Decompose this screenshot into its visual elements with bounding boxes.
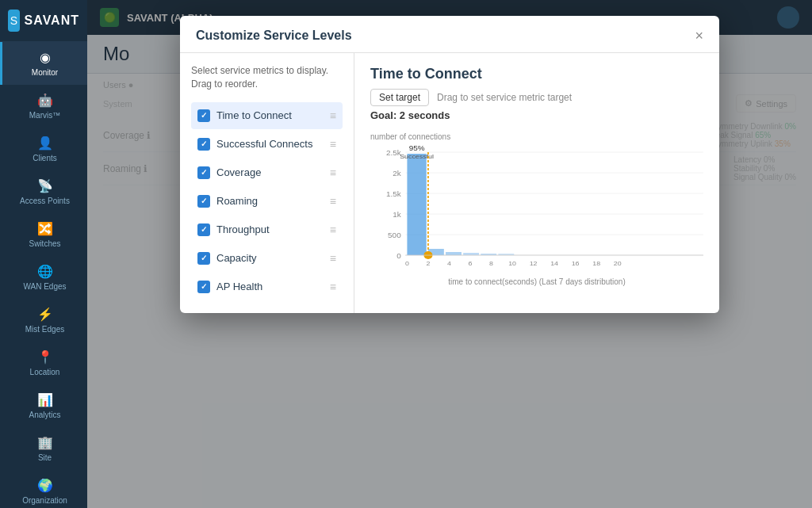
svg-text:8: 8 [489, 259, 493, 266]
metric-label-capacity: Capacity [216, 252, 324, 264]
access-points-icon: 📡 [37, 178, 53, 193]
svg-text:12: 12 [530, 259, 538, 266]
sidebar-item-label: Switches [29, 239, 60, 248]
metric-detail-title: Time to Connect [370, 66, 703, 82]
sidebar-item-label: Analytics [29, 411, 60, 419]
analytics-icon: 📊 [37, 392, 53, 407]
chart-x-label: time to connect(seconds) (Last 7 days di… [370, 277, 703, 286]
chart-y-label: number of connections [370, 132, 703, 141]
sidebar-item-wan-edges[interactable]: 🌐 WAN Edges [0, 256, 87, 299]
svg-text:2.5k: 2.5k [386, 148, 401, 156]
sidebar-item-label: Clients [33, 154, 57, 162]
modal-description: Select service metrics to display. Drag … [191, 64, 343, 91]
goal-label: Goal: [370, 109, 396, 121]
sidebar-item-label: Marvis™ [29, 111, 60, 120]
drag-handle-capacity[interactable]: ≡ [330, 252, 336, 265]
modal-close-button[interactable]: × [695, 29, 703, 43]
site-icon: 🏢 [37, 435, 53, 450]
location-icon: 📍 [37, 349, 53, 365]
metric-label-throughput: Throughput [216, 223, 324, 235]
sidebar-item-label: Mist Edges [25, 325, 64, 334]
wan-edges-icon: 🌐 [37, 264, 53, 279]
sidebar-item-label: Site [38, 453, 52, 462]
metric-list-panel: Select service metrics to display. Drag … [180, 53, 354, 313]
chart-svg: 2.5k 2k 1.5k 1k 500 0 [370, 144, 703, 271]
set-target-row: Set target Drag to set service metric ta… [370, 89, 703, 106]
app-icon: S [8, 10, 20, 32]
metric-item-roaming[interactable]: Roaming ≡ [191, 188, 343, 215]
svg-text:95%: 95% [409, 144, 425, 152]
app-name: SAVANT [25, 13, 79, 28]
modal-title: Customize Service Levels [196, 29, 352, 43]
sidebar-item-clients[interactable]: 👤 Clients [0, 128, 87, 170]
metric-item-throughput[interactable]: Throughput ≡ [191, 216, 343, 243]
sidebar-item-label: WAN Edges [23, 282, 66, 291]
app-logo: S SAVANT [0, 0, 87, 42]
svg-text:16: 16 [572, 259, 580, 266]
drag-handle-time-to-connect[interactable]: ≡ [330, 109, 336, 122]
metric-item-successful-connects[interactable]: Successful Connects ≡ [191, 131, 343, 158]
metric-checkbox-time-to-connect[interactable] [197, 109, 210, 122]
svg-text:500: 500 [388, 231, 401, 239]
metric-checkbox-successful-connects[interactable] [197, 138, 210, 151]
metric-checkbox-capacity[interactable] [197, 252, 210, 265]
svg-text:1.5k: 1.5k [386, 189, 401, 197]
drag-handle-ap-health[interactable]: ≡ [330, 281, 336, 293]
sidebar-item-label: Location [30, 368, 60, 376]
svg-text:6: 6 [469, 259, 473, 266]
sidebar-item-label: Monitor [32, 68, 58, 77]
drag-handle-coverage[interactable]: ≡ [330, 166, 336, 179]
metric-label-coverage: Coverage [216, 166, 324, 178]
drag-handle-throughput[interactable]: ≡ [330, 223, 336, 236]
svg-text:2: 2 [426, 259, 430, 266]
svg-text:4: 4 [447, 259, 451, 266]
metric-label-roaming: Roaming [216, 195, 324, 207]
metric-item-capacity[interactable]: Capacity ≡ [191, 245, 343, 272]
svg-text:0: 0 [396, 251, 401, 259]
metric-detail-panel: Time to Connect Set target Drag to set s… [354, 53, 719, 313]
sidebar-item-monitor[interactable]: ◉ Monitor [0, 42, 87, 85]
drag-handle-successful-connects[interactable]: ≡ [330, 138, 336, 151]
svg-text:20: 20 [614, 259, 622, 266]
modal-overlay: Customize Service Levels × Select servic… [87, 0, 812, 508]
svg-text:18: 18 [592, 259, 600, 266]
metric-item-coverage[interactable]: Coverage ≡ [191, 159, 343, 186]
modal-body: Select service metrics to display. Drag … [180, 53, 719, 313]
svg-text:1k: 1k [393, 210, 401, 218]
svg-rect-12 [407, 154, 426, 255]
monitor-icon: ◉ [40, 50, 51, 65]
sidebar: S SAVANT ◉ Monitor 🤖 Marvis™ 👤 Clients 📡… [0, 0, 87, 508]
sidebar-item-site[interactable]: 🏢 Site [0, 427, 87, 470]
metric-label-successful-connects: Successful Connects [216, 138, 324, 150]
time-to-connect-chart: number of connections 2.5k 2k [370, 132, 703, 286]
sidebar-item-location[interactable]: 📍 Location [0, 342, 87, 384]
main-content: 🟢 SAVANT (ALPHA) Mo Users ● System ⚙ Set… [87, 0, 812, 508]
drag-handle-roaming[interactable]: ≡ [330, 195, 336, 208]
goal-text: Goal: 2 seconds [370, 109, 703, 121]
metric-item-ap-health[interactable]: AP Health ≡ [191, 273, 343, 300]
metric-checkbox-throughput[interactable] [197, 223, 210, 236]
metric-checkbox-ap-health[interactable] [197, 281, 210, 293]
goal-value: 2 seconds [400, 109, 450, 121]
svg-text:2k: 2k [393, 169, 401, 177]
clients-icon: 👤 [37, 136, 53, 151]
svg-text:10: 10 [508, 259, 516, 266]
sidebar-item-label: Access Points [20, 197, 70, 205]
sidebar-item-marvis[interactable]: 🤖 Marvis™ [0, 85, 87, 128]
svg-text:14: 14 [550, 259, 558, 266]
sidebar-item-organization[interactable]: 🌍 Organization [0, 470, 87, 508]
set-target-button[interactable]: Set target [370, 89, 429, 106]
sidebar-item-mist-edges[interactable]: ⚡ Mist Edges [0, 299, 87, 342]
sidebar-item-analytics[interactable]: 📊 Analytics [0, 384, 87, 427]
metric-item-time-to-connect[interactable]: Time to Connect ≡ [191, 102, 343, 129]
customize-modal: Customize Service Levels × Select servic… [180, 16, 719, 313]
svg-rect-14 [446, 252, 462, 255]
sidebar-item-switches[interactable]: 🔀 Switches [0, 213, 87, 256]
switches-icon: 🔀 [37, 221, 53, 236]
metric-checkbox-coverage[interactable] [197, 166, 210, 179]
mist-edges-icon: ⚡ [37, 307, 53, 322]
sidebar-item-access-points[interactable]: 📡 Access Points [0, 170, 87, 213]
metric-checkbox-roaming[interactable] [197, 195, 210, 208]
marvis-icon: 🤖 [37, 93, 53, 108]
sidebar-item-label: Organization [22, 496, 67, 505]
